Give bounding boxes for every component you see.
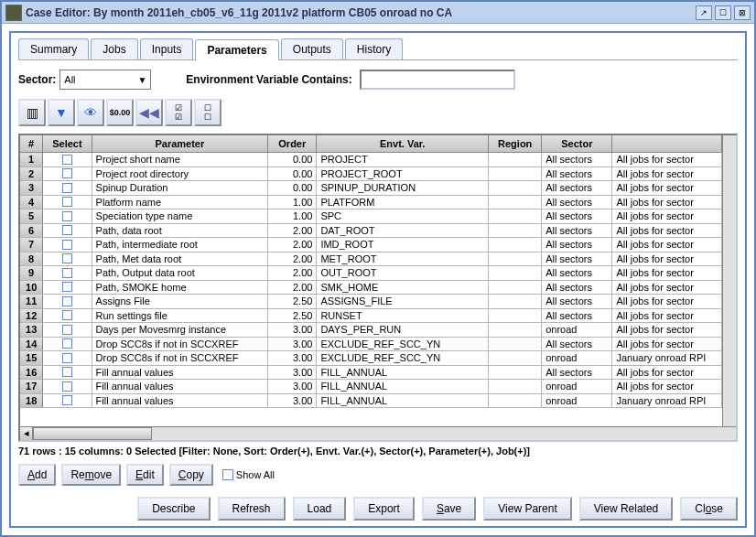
uncheck-all-icon[interactable]: ☐☐ [194,99,221,126]
row-select[interactable] [43,252,92,266]
funnel-icon[interactable]: ▼ [48,99,75,126]
row-select[interactable] [43,281,92,295]
col-sector[interactable]: Sector [542,135,612,152]
row-select[interactable] [43,266,92,280]
env-filter-input[interactable] [360,70,515,90]
table-row[interactable]: 10Path, SMOKE home2.00SMK_HOMEAll sector… [20,281,722,295]
env-filter-label: Environment Variable Contains: [186,73,351,86]
cell-job: All jobs for sector [612,266,722,280]
detach-icon[interactable]: ↗ [696,5,712,20]
titlebar: Case Editor: By month 2011eh_cb05_v6_11g… [2,2,754,24]
export-button[interactable]: Export [353,497,415,521]
cell-job: All jobs for sector [612,252,722,266]
close-button[interactable]: Close [680,497,738,521]
col-parameter[interactable]: Parameter [92,135,269,152]
col-order[interactable]: Order [268,135,317,152]
col-select[interactable]: Select [43,135,92,152]
cell-order: 0.00 [268,153,317,166]
refresh-button[interactable]: Refresh [218,497,286,521]
table-row[interactable]: 9Path, Output data root2.00OUT_ROOTAll s… [20,266,722,281]
row-select[interactable] [43,167,92,181]
table-row[interactable]: 7Path, intermediate root2.00IMD_ROOTAll … [20,238,722,252]
row-select[interactable] [43,323,92,337]
table-row[interactable]: 17Fill annual values3.00FILL_ANNUALonroa… [20,380,722,394]
table-row[interactable]: 16Fill annual values3.00FILL_ANNUALAll s… [20,366,722,381]
cell-sector: All sectors [542,209,612,223]
cell-job: All jobs for sector [612,181,722,195]
col-region[interactable]: Region [489,135,542,152]
row-select[interactable] [43,196,92,209]
add-button[interactable]: Add [18,464,56,486]
checkbox-icon [62,395,72,405]
rewind-icon[interactable]: ◀◀ [135,99,163,126]
show-all-checkbox[interactable]: Show All [222,469,275,480]
row-select[interactable] [43,295,92,308]
cell-sector: All sectors [542,309,612,323]
maximize-icon[interactable]: ☐ [715,5,731,20]
view-related-button[interactable]: View Related [579,497,674,521]
checkbox-icon [62,155,72,165]
row-select[interactable] [43,224,92,238]
table-row[interactable]: 13Days per Movesmrg instance3.00DAYS_PER… [20,323,722,338]
vertical-scrollbar[interactable] [722,135,736,426]
save-button[interactable]: Save [422,497,476,521]
row-select[interactable] [43,153,92,166]
row-number: 4 [20,196,43,209]
tab-outputs[interactable]: Outputs [281,38,343,59]
cell-sector: All sectors [542,266,612,280]
remove-button[interactable]: Remove [61,464,121,486]
table-row[interactable]: 2Project root directory0.00PROJECT_ROOTA… [20,167,722,182]
table-row[interactable]: 12Run settings file2.50RUNSETAll sectors… [20,309,722,324]
close-icon[interactable]: ⊠ [734,5,751,20]
checkbox-icon [62,211,72,221]
table-row[interactable]: 18Fill annual values3.00FILL_ANNUALonroa… [20,394,722,409]
table-row[interactable]: 8Path, Met data root2.00MET_ROOTAll sect… [20,252,722,267]
col-job[interactable] [612,135,722,152]
columns-icon[interactable]: ▥ [18,99,46,126]
row-select[interactable] [43,394,92,408]
tab-history[interactable]: History [345,38,403,59]
cell-parameter: Path, SMOKE home [92,281,269,295]
row-select[interactable] [43,366,92,380]
table-row[interactable]: 15Drop SCC8s if not in SCCXREF3.00EXCLUD… [20,351,722,366]
table-row[interactable]: 1Project short name0.00PROJECTAll sector… [20,153,722,167]
tab-inputs[interactable]: Inputs [140,38,194,59]
scroll-left-icon[interactable]: ◂ [20,427,33,440]
check-all-icon[interactable]: ☑☑ [165,99,192,126]
horizontal-scrollbar[interactable]: ◂ [20,426,736,440]
edit-button[interactable]: Edit [126,464,164,486]
load-button[interactable]: Load [293,497,347,521]
table-row[interactable]: 3Spinup Duration0.00SPINUP_DURATIONAll s… [20,181,722,196]
row-select[interactable] [43,209,92,223]
row-select[interactable] [43,309,92,323]
row-number: 16 [20,366,43,380]
col-envvar[interactable]: Envt. Var. [317,135,489,152]
row-select[interactable] [43,351,92,365]
table-row[interactable]: 11Assigns File2.50ASSIGNS_FILEAll sector… [20,295,722,309]
row-select[interactable] [43,181,92,195]
cell-envvar: SMK_HOME [317,281,489,295]
cell-parameter: Path, Output data root [92,266,269,280]
table-row[interactable]: 6Path, data root2.00DAT_ROOTAll sectorsA… [20,224,722,239]
view-parent-button[interactable]: View Parent [483,497,571,521]
eye-icon[interactable]: 👁 [77,99,104,126]
cell-order: 2.00 [268,224,317,238]
row-select[interactable] [43,380,92,393]
table-row[interactable]: 4Platform name1.00PLATFORMAll sectorsAll… [20,196,722,210]
cell-region [489,167,542,181]
tab-summary[interactable]: Summary [18,38,89,59]
describe-button[interactable]: Describe [137,497,210,521]
table-row[interactable]: 14Drop SCC8s if not in SCCXREF3.00EXCLUD… [20,338,722,352]
cell-region [489,281,542,295]
table-row[interactable]: 5Speciation type name1.00SPCAll sectorsA… [20,209,722,224]
row-select[interactable] [43,238,92,252]
cell-parameter: Path, data root [92,224,269,238]
copy-button[interactable]: Copy [169,464,213,486]
scroll-thumb[interactable] [33,427,152,440]
sector-dropdown[interactable]: All ▼ [59,70,151,90]
row-select[interactable] [43,338,92,351]
tab-parameters[interactable]: Parameters [195,39,278,60]
col-number[interactable]: # [20,135,43,152]
currency-icon[interactable]: $0.00 [106,99,134,126]
tab-jobs[interactable]: Jobs [91,38,137,59]
